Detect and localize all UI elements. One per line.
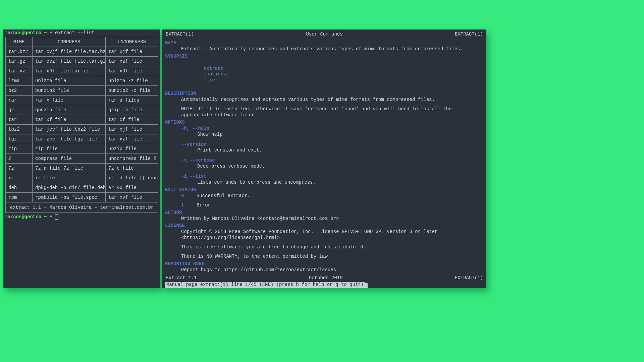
- man-footer-right: EXTRACT(1): [455, 275, 483, 281]
- cell-compress: bunzip2 file: [33, 86, 106, 96]
- cell-mime: rpm: [6, 193, 33, 202]
- col-compress: COMPRESS: [33, 37, 106, 47]
- prompt-path: ~: [44, 214, 47, 220]
- cell-mime: tar.gz: [6, 57, 33, 66]
- exit-status-row: 1Error.: [165, 202, 484, 208]
- cell-compress: xz file: [33, 173, 106, 183]
- section-synopsis: SYNOPSIS: [165, 54, 484, 60]
- terminal-pair: marcos@gentoo ~ $ extract --list MIME CO…: [3, 29, 486, 288]
- table-row: gzgunzip filegzip -v file: [6, 105, 158, 115]
- cell-compress: tar cvzf file file.tar.gz: [33, 57, 106, 66]
- cell-uncompress: tar cf file: [106, 115, 158, 125]
- cell-compress: zip file: [33, 144, 106, 154]
- license-body1: Copyright © 2018 Free Software Foundatio…: [165, 229, 484, 241]
- cell-mime: gz: [6, 105, 33, 115]
- cell-mime: tar.xz: [6, 66, 33, 76]
- cell-compress: gunzip file: [33, 105, 106, 115]
- prompt-dollar: $: [50, 214, 52, 220]
- cell-mime: tar.bz2: [6, 47, 33, 57]
- section-reporting-bugs: REPORTING BUGS: [165, 261, 484, 267]
- man-footer-left: Extract 1.1: [166, 275, 197, 281]
- section-description: DESCRIPTION: [165, 91, 484, 97]
- prompt-path: ~: [44, 30, 47, 36]
- col-mime: MIME: [6, 37, 33, 47]
- table-row: tartar xf filetar cf file: [6, 115, 158, 125]
- cell-mime: bz2: [6, 86, 33, 96]
- terminal-right-manpage[interactable]: EXTRACT(1) User Commands EXTRACT(1) NAME…: [162, 29, 486, 288]
- cell-mime: zip: [6, 144, 33, 154]
- terminal-left[interactable]: marcos@gentoo ~ $ extract --list MIME CO…: [3, 29, 160, 288]
- cell-compress: tar jcvf file.tbz2 file: [33, 125, 106, 134]
- table-row: tar.xztar xJf file.tar.xztar xJf file: [6, 66, 158, 76]
- table-row: tgztar zcvf file.tgz filetar xzf file: [6, 134, 158, 144]
- exit-code: 1: [181, 202, 186, 208]
- cell-mime: Z: [6, 154, 33, 164]
- cell-uncompress: unzip file: [106, 144, 158, 154]
- man-statusbar: Manual page extract(1) line 1/45 (END) (…: [165, 282, 365, 288]
- bugs-body: Report bugs to https://github.com/terroo…: [165, 267, 484, 273]
- cell-uncompress: 7z e file: [106, 164, 158, 173]
- cell-compress: tar cvjf file file.tar.bz2: [33, 47, 106, 57]
- cell-compress: tar xJf file.tar.xz: [33, 66, 106, 76]
- synopsis-options: [options]: [204, 71, 229, 77]
- section-options: OPTIONS: [165, 120, 484, 126]
- cell-uncompress: unlzma -z file: [106, 76, 158, 86]
- cell-compress: rar x file: [33, 96, 106, 105]
- synopsis-cmd: extract: [204, 66, 223, 71]
- option-item: -v,--verboseDecompress verbose mode.: [165, 158, 484, 170]
- table-footer: extract 1.1 - Marcos Oliveira - terminal…: [6, 202, 158, 213]
- cursor-icon: [55, 214, 58, 220]
- cell-uncompress: ar vx file: [106, 183, 158, 193]
- section-author: AUTHOR: [165, 210, 484, 216]
- man-header-center: User Commands: [306, 32, 342, 38]
- section-exit-status: EXIT STATUS: [165, 187, 484, 193]
- cell-compress: compress file: [33, 154, 106, 164]
- man-footer-center: October 2019: [309, 275, 343, 281]
- col-uncompress: UNCOMPRESS: [106, 37, 158, 47]
- exit-desc: Error.: [197, 202, 213, 208]
- table-row: tbz2tar jcvf file.tbz2 filetar xjf file: [6, 125, 158, 134]
- section-name-body: Extract - Automatically recognizes and e…: [165, 46, 484, 52]
- cell-mime: xz: [6, 173, 33, 183]
- man-header-left: EXTRACT(1): [166, 32, 194, 38]
- prompt-line-top: marcos@gentoo ~ $ extract --list: [3, 29, 160, 36]
- cell-mime: tbz2: [6, 125, 33, 134]
- cell-uncompress: tar xjf file: [106, 125, 158, 134]
- table-row: zipzip fileunzip file: [6, 144, 158, 154]
- cell-uncompress: rar a files: [106, 96, 158, 105]
- cell-compress: tar xf file: [33, 115, 106, 125]
- table-row: lzmaunlzma fileunlzma -z file: [6, 76, 158, 86]
- table-row: tar.bz2tar cvjf file file.tar.bz2tar xjf…: [6, 47, 158, 57]
- cell-uncompress: xz -d file || unxz: [106, 173, 158, 183]
- option-item: -h, --helpShow help.: [165, 126, 484, 138]
- cell-mime: tar: [6, 115, 33, 125]
- prompt-line-bottom[interactable]: marcos@gentoo ~ $: [3, 214, 160, 220]
- license-body3: There is NO WARRANTY, to the extent perm…: [165, 254, 484, 260]
- cell-mime: tgz: [6, 134, 33, 144]
- cell-uncompress: gzip -v file: [106, 105, 158, 115]
- option-item: -l,--listLists commands to compress and …: [165, 174, 484, 186]
- cell-uncompress: tar xjf file: [106, 47, 158, 57]
- option-desc: Lists commands to compress and uncompres…: [181, 180, 484, 186]
- license-body2: This is free software: you are free to c…: [165, 244, 484, 250]
- prompt-user: marcos@gentoo: [5, 214, 41, 220]
- option-flag: -h, --help: [181, 126, 484, 132]
- table-row: 7z7z a file.7z file7z e file: [6, 164, 158, 173]
- option-desc: Print version and exit.: [181, 147, 484, 154]
- option-desc: Decompress verbose mode.: [181, 164, 484, 170]
- section-name: NAME: [165, 40, 484, 46]
- option-flag: -l,--list: [181, 174, 484, 180]
- table-header-row: MIME COMPRESS UNCOMPRESS: [6, 37, 158, 47]
- cell-uncompress: tar xJf file: [106, 66, 158, 76]
- exit-desc: Successful extract.: [197, 193, 250, 199]
- option-flag: -v,--verbose: [181, 158, 484, 164]
- cell-mime: 7z: [6, 164, 33, 173]
- cell-compress: dpkg-deb -b dir/ file.deb: [33, 183, 106, 193]
- formats-table: MIME COMPRESS UNCOMPRESS tar.bz2tar cvjf…: [5, 37, 158, 213]
- table-row: bz2bunzip2 filebunzip2 -z file: [6, 86, 158, 96]
- prompt-user: marcos@gentoo: [5, 30, 41, 36]
- description-body1: Automatically recognizes and extracts va…: [165, 97, 484, 103]
- cell-uncompress: tar xzf file: [106, 134, 158, 144]
- section-license: LICENSE: [165, 223, 484, 229]
- exit-code: 0: [181, 193, 186, 199]
